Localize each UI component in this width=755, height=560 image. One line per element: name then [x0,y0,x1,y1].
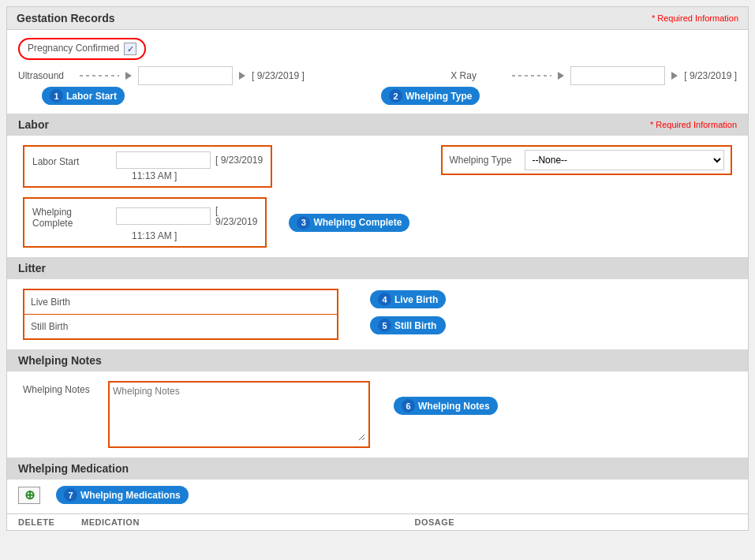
xray-input[interactable] [570,66,665,85]
labor-start-tooltip: 1 Labor Start [42,87,125,105]
whelping-complete-time: 11:13 AM ] [32,230,257,241]
add-medication-button[interactable]: ⊕ [18,487,40,504]
whelping-type-tooltip-label: Whelping Type [406,91,472,102]
still-birth-label: Still Birth [31,321,86,332]
labor-section: Labor * Required Information Labor Start… [7,114,748,257]
labor-start-row: Labor Start [ 9/23/2019 11:13 AM ] [23,145,409,188]
whelping-complete-box: Whelping Complete [ 9/23/2019 11:13 AM ] [23,197,267,248]
whelping-notes-title: Whelping Notes [18,354,102,367]
whelping-complete-label: Whelping Complete [32,203,111,229]
labor-body: Labor Start [ 9/23/2019 11:13 AM ] Whelp… [7,136,748,257]
med-medication-col: MEDICATION [81,517,415,527]
still-birth-row: Still Birth [24,315,337,338]
whelping-notes-section: Whelping Notes Whelping Notes 6 Whelping… [7,349,748,457]
notes-body: Whelping Notes 6 Whelping Notes [7,371,748,457]
whelping-complete-row: Whelping Complete [ 9/23/2019 11:13 AM ]… [23,197,409,248]
notes-label: Whelping Notes [23,381,102,395]
labor-left: Labor Start [ 9/23/2019 11:13 AM ] Whelp… [23,145,409,248]
whelping-type-label: Whelping Type [449,155,520,166]
whelping-medications-tooltip-num: 7 [64,488,77,502]
still-birth-input[interactable] [92,318,331,335]
ultrasound-input[interactable] [138,66,233,85]
ultrasound-triangle-right [239,72,245,80]
ultrasound-row: Ultrasound [ 9/23/2019 ] X Ray [ 9/23/20… [18,66,737,85]
whelping-medications-tooltip-label: Whelping Medications [80,490,181,501]
labor-start-label: Labor Start [32,153,111,167]
live-birth-label: Live Birth [31,297,86,308]
labor-start-tooltip-label: Labor Start [66,91,117,102]
whelping-type-tooltip-num: 2 [389,89,402,103]
xray-date: [ 9/23/2019 ] [684,70,737,81]
still-birth-tooltip-label: Still Birth [394,320,436,331]
xray-line-left [512,75,551,77]
pregnancy-row: Pregnancy Confirmed ✓ [18,38,737,60]
notes-textarea-box [108,381,370,448]
pregnancy-checkbox[interactable]: ✓ [124,43,136,55]
labor-required: * Required Information [650,120,737,129]
whelping-medication-section: Whelping Medication ⊕ 7 Whelping Medicat… [7,457,748,530]
whelping-complete-inner: Whelping Complete [ 9/23/2019 [32,203,257,229]
live-birth-tooltip: 4 Live Birth [370,290,446,308]
labor-start-box: Labor Start [ 9/23/2019 11:13 AM ] [23,145,272,188]
labor-start-inner: Labor Start [ 9/23/2019 [32,151,263,169]
ultrasound-triangle-left [125,72,132,80]
live-birth-input[interactable] [92,293,331,311]
xray-label: X Ray [450,70,506,81]
litter-title: Litter [18,262,46,274]
labor-right: Whelping Type --None-- [441,145,732,248]
whelping-notes-header: Whelping Notes [7,349,748,371]
labor-start-date: [ 9/23/2019 [215,155,263,166]
live-birth-tooltip-num: 4 [378,293,391,306]
whelping-notes-tooltip: 6 Whelping Notes [394,397,498,415]
notes-field-row: Whelping Notes [23,381,370,448]
live-birth-row: Live Birth [24,290,337,315]
medication-body: ⊕ 7 Whelping Medications [7,480,748,510]
litter-section: Litter Live Birth Still Birth 4 Live Bir… [7,257,748,349]
whelping-medication-title: Whelping Medication [18,462,129,475]
whelping-type-select[interactable]: --None-- [525,150,724,170]
whelping-type-field: Whelping Type --None-- [441,145,732,175]
notes-textarea[interactable] [113,386,365,441]
med-dosage-col: DOSAGE [415,517,749,527]
whelping-complete-tooltip-label: Whelping Complete [313,217,402,228]
pregnancy-label: Pregnancy Confirmed [28,43,119,55]
labor-start-tooltip-num: 1 [50,89,63,103]
labor-header: Labor * Required Information [7,114,748,136]
gestation-header: Gestation Records * Required Information [7,7,748,30]
whelping-complete-tooltip: 3 Whelping Complete [289,214,409,232]
medication-table-header: DELETE MEDICATION DOSAGE [7,513,748,530]
whelping-medications-tooltip: 7 Whelping Medications [56,486,189,504]
gestation-required: * Required Information [652,13,738,23]
med-delete-col: DELETE [18,517,81,527]
still-birth-tooltip-num: 5 [378,319,391,332]
labor-title: Labor [18,118,49,131]
add-icon: ⊕ [24,489,35,502]
whelping-complete-tooltip-num: 3 [297,216,310,230]
pregnancy-box: Pregnancy Confirmed ✓ [18,38,146,60]
ultrasound-label: Ultrasound [18,70,73,81]
labor-start-input[interactable] [116,151,211,169]
whelping-medication-header: Whelping Medication [7,457,748,480]
litter-header: Litter [7,257,748,279]
ultrasound-line-left [80,75,119,77]
xray-triangle-right [671,72,678,80]
whelping-complete-date: [ 9/23/2019 [215,205,257,227]
labor-start-time: 11:13 AM ] [32,170,263,181]
litter-fields: Live Birth Still Birth [23,289,338,340]
whelping-notes-tooltip-label: Whelping Notes [418,401,490,412]
ultrasound-date: [ 9/23/2019 ] [252,70,305,81]
whelping-complete-input[interactable] [116,207,211,225]
still-birth-tooltip: 5 Still Birth [370,316,446,334]
gestation-section: Pregnancy Confirmed ✓ Ultrasound [ 9/23/… [7,30,748,114]
whelping-notes-tooltip-num: 6 [402,399,415,413]
gestation-title: Gestation Records [17,12,114,24]
xray-triangle-left [558,72,564,80]
live-birth-tooltip-label: Live Birth [394,294,438,305]
litter-body: Live Birth Still Birth 4 Live Birth 5 St… [7,279,748,349]
whelping-type-tooltip: 2 Whelping Type [381,87,480,105]
